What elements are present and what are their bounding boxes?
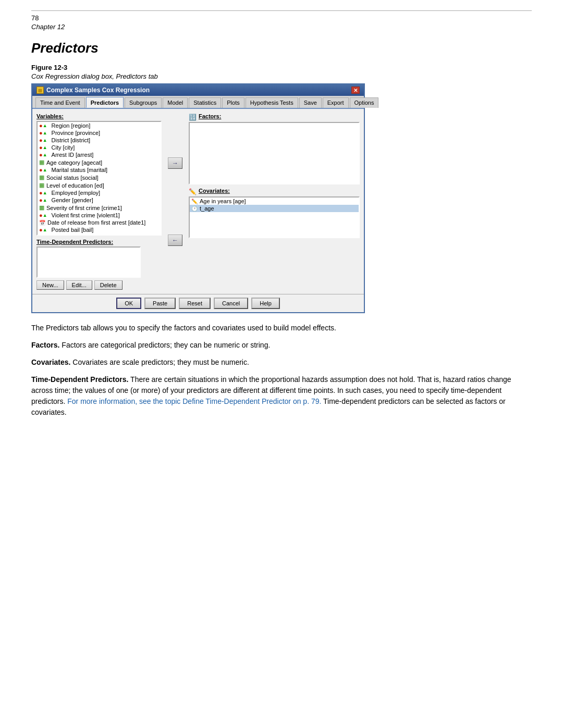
variable-label: City [city] [52,144,75,151]
variable-item[interactable]: ●▲Region [region] [38,122,161,129]
variable-item[interactable]: ●▲Arrest ID [arrest] [38,151,161,158]
time-dep-row [36,246,162,278]
section-title: Predictors [31,40,532,56]
covariates-paragraph: Covariates. Covariates are scale predict… [31,357,532,368]
variable-item[interactable]: ▦Level of education [ed] [38,181,161,189]
cat-icon2: ▲ [43,167,47,172]
variable-label: Level of education [ed] [46,182,104,189]
date-icon: 📅 [39,220,45,226]
cont-icon: ▦ [39,204,44,211]
factors-header: 🔢 Factors: [189,113,360,121]
variable-item[interactable]: ●▲Violent first crime [violent1] [38,212,161,219]
cont-icon: ▦ [39,182,44,189]
factors-term: Factors. [31,341,59,349]
dialog-app-icon: ⊞ [36,87,44,94]
variable-item[interactable]: ●▲City [city] [38,144,161,151]
cat-icon: ● [39,137,43,143]
tab-export[interactable]: Export [323,97,349,108]
variable-label: Posted bail [bail] [52,227,94,233]
cat-icon: ● [39,234,43,236]
cat-icon: ● [39,167,43,173]
clock-icon: 🕐 [191,206,198,212]
variable-item[interactable]: 📅Date of release from first arrest [date… [38,219,161,226]
arrow-buttons: → ← [166,113,185,290]
variable-label: District [district] [52,137,91,143]
time-dep-section: Time-Dependent Predictors: [36,239,162,278]
time-dep-list[interactable] [36,246,141,278]
covariate-label: t_age [200,205,214,212]
covariate-item[interactable]: 🕐t_age [190,205,359,212]
covariates-text: Covariates are scale predictors; they mu… [70,358,249,366]
ok-button[interactable]: OK [116,298,141,309]
cat-icon: ● [39,122,43,129]
factors-label: Factors: [199,113,221,119]
time-dep-label: Time-Dependent Predictors: [36,239,162,245]
variable-item[interactable]: ●▲District [district] [38,137,161,144]
cat-icon2: ▲ [43,130,47,135]
dialog-close-button[interactable]: ✕ [351,87,360,94]
edit-button[interactable]: Edit... [66,280,92,290]
cat-icon2: ▲ [43,190,47,195]
tab-plots[interactable]: Plots [222,97,244,108]
cat-icon: ● [39,152,43,158]
cat-icon2: ▲ [43,152,47,157]
variable-item[interactable]: ▦Social status [social] [38,174,161,181]
timedep-paragraph: Time-Dependent Predictors. There are cer… [31,374,532,418]
new-button[interactable]: New... [36,280,64,290]
timedep-link[interactable]: For more information, see the topic Defi… [67,397,321,405]
variable-item[interactable]: ▦Severity of first crime [crime1] [38,204,161,212]
tab-subgroups[interactable]: Subgroups [125,97,162,108]
reset-button[interactable]: Reset [179,298,211,309]
timedep-term: Time-Dependent Predictors. [31,375,128,384]
page-header: 78 [31,10,532,22]
cat-icon: ● [39,197,43,203]
dialog-box: ⊞ Complex Samples Cox Regression ✕ Time … [31,83,365,313]
cat-icon2: ▲ [43,227,47,232]
help-button[interactable]: Help [251,298,280,309]
variable-item[interactable]: ●▲Gender [gender] [38,196,161,204]
variable-item[interactable]: ●▲Posted bail [bail] [38,226,161,233]
variable-item[interactable]: ▦Age category [agecat] [38,158,161,166]
cat-icon: ● [39,227,43,233]
covariate-item[interactable]: ✏️Age in years [age] [190,198,359,205]
arrow-left-button[interactable]: ← [168,235,182,246]
dialog-title-text: Complex Samples Cox Regression [46,87,150,94]
factors-section: 🔢 Factors: [189,113,360,184]
paste-button[interactable]: Paste [144,298,176,309]
tab-model[interactable]: Model [163,97,188,108]
variable-label: Severity of first crime [crime1] [46,205,122,211]
variable-label: Province [province] [52,130,101,136]
tab-save[interactable]: Save [299,97,322,108]
covariates-icon: ✏️ [189,188,197,195]
cont-icon: ▦ [39,174,44,181]
covariates-list[interactable]: ✏️Age in years [age]🕐t_age [189,196,360,238]
right-panel: 🔢 Factors: ✏️ Covariates: ✏️Age in years… [189,113,360,290]
delete-button[interactable]: Delete [94,280,123,290]
cat-icon2: ▲ [43,145,47,150]
variable-item[interactable]: ●▲Marital status [marital] [38,166,161,174]
tab-time-and-event[interactable]: Time and Event [35,97,85,108]
tab-statistics[interactable]: Statistics [189,97,221,108]
variable-item[interactable]: ●▲Employed [employ] [38,189,161,196]
cat-icon2: ▲ [43,138,47,143]
tab-hypothesis-tests[interactable]: Hypothesis Tests [246,97,298,108]
variable-item[interactable]: ●▲Province [province] [38,129,161,137]
covariates-section: ✏️ Covariates: ✏️Age in years [age]🕐t_ag… [189,188,360,238]
factors-paragraph: Factors. Factors are categorical predict… [31,340,532,351]
variable-label: Date of release from first arrest [date1… [47,219,145,226]
dialog-body: Variables: ●▲Region [region]●▲Province [… [32,109,364,294]
variable-item[interactable]: ●▲Received rehabilitation [rehab] [38,233,161,236]
arrow-right-button[interactable]: → [168,157,182,169]
variable-label: Gender [gender] [52,197,93,203]
variable-label: Received rehabilitation [rehab] [52,234,129,236]
dialog-footer: OKPasteResetCancelHelp [32,294,364,312]
factors-icon: 🔢 [189,114,197,121]
dialog-tabs: Time and EventPredictorsSubgroupsModelSt… [32,96,364,109]
tab-predictors[interactable]: Predictors [86,97,124,108]
pencil-icon: ✏️ [191,199,198,204]
cont-icon: ▦ [39,159,44,166]
factors-list[interactable] [189,122,360,184]
tab-options[interactable]: Options [350,97,379,108]
variables-list[interactable]: ●▲Region [region]●▲Province [province]●▲… [36,121,162,236]
cancel-button[interactable]: Cancel [214,298,248,309]
